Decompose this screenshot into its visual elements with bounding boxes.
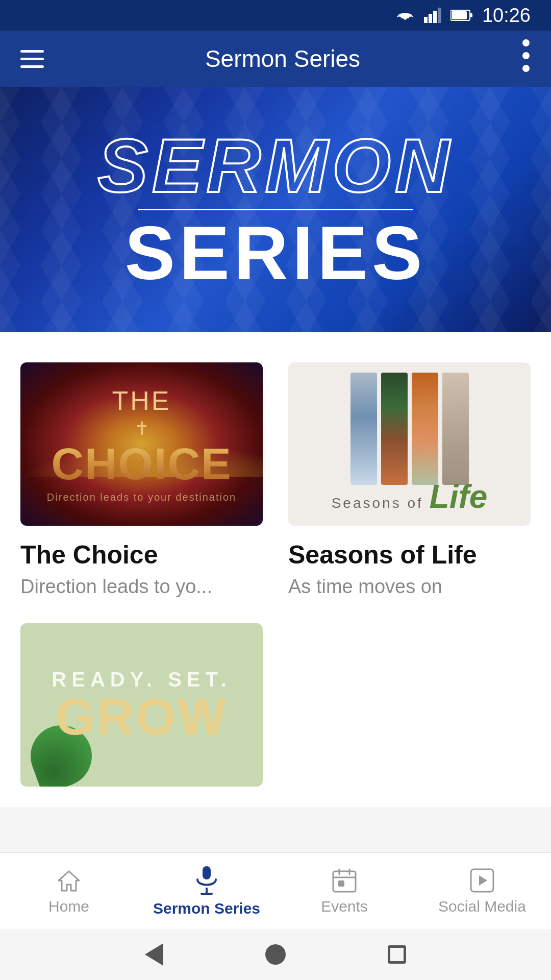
series-card-ready-set-grow[interactable]: READY. SET. GROW — [20, 623, 263, 787]
choice-the-text: THE — [47, 385, 236, 416]
series-card-seasons-of-life[interactable]: Seasons of Life Seasons of Life As time … — [288, 362, 531, 598]
thumbnail-seasons-of-life: Seasons of Life — [288, 362, 531, 526]
season-strip-summer — [442, 373, 469, 485]
series-card-the-choice[interactable]: THE ✝ CHOICE Direction leads to your des… — [20, 362, 263, 598]
season-strip-winter — [350, 373, 377, 485]
system-nav — [0, 929, 551, 980]
nav-item-events[interactable]: Events — [276, 867, 413, 915]
thumb-seasons-bg: Seasons of Life — [288, 362, 531, 526]
seasons-strips — [350, 373, 469, 485]
svg-rect-17 — [338, 880, 344, 887]
thumbnail-ready-set-grow: READY. SET. GROW — [20, 623, 263, 787]
svg-point-9 — [522, 65, 530, 72]
status-icons: 10:26 — [395, 5, 531, 27]
seasons-label-area: Seasons of Life — [288, 478, 531, 516]
back-button[interactable] — [145, 943, 163, 966]
hero-text: SERMON SERIES — [97, 128, 454, 291]
signal-icon — [424, 8, 441, 23]
seasons-life-text: Life — [430, 478, 488, 515]
choice-sub-text: Direction leads to your destination — [47, 492, 236, 503]
nav-item-sermon-series[interactable]: Sermon Series — [138, 865, 276, 917]
hero-banner: SERMON SERIES — [0, 87, 551, 332]
the-choice-title: The Choice — [20, 540, 263, 570]
nav-sermon-series-label: Sermon Series — [153, 900, 260, 917]
bottom-nav: Home Sermon Series Events Social Media — [0, 852, 551, 929]
battery-icon — [450, 9, 473, 21]
app-bar: Sermon Series — [0, 31, 551, 87]
hamburger-menu-button[interactable] — [20, 50, 44, 68]
app-bar-title: Sermon Series — [205, 45, 360, 72]
nav-social-media-label: Social Media — [438, 898, 526, 915]
seasons-of-text: Seasons of — [332, 495, 430, 511]
nav-events-label: Events — [321, 898, 368, 915]
svg-point-7 — [522, 39, 530, 46]
grow-main-text: GROW — [55, 691, 228, 742]
nav-home-label: Home — [48, 898, 89, 915]
svg-point-8 — [522, 52, 530, 59]
seasons-of-life-title: Seasons of Life — [288, 540, 531, 570]
svg-rect-10 — [203, 866, 211, 879]
home-button[interactable] — [265, 944, 286, 965]
home-icon — [56, 867, 82, 894]
season-strip-autumn — [412, 373, 438, 485]
more-options-button[interactable] — [521, 38, 531, 80]
svg-rect-5 — [470, 13, 472, 17]
svg-marker-19 — [479, 875, 487, 886]
thumb-choice-bg: THE ✝ CHOICE Direction leads to your des… — [20, 362, 263, 526]
empty-grid-cell — [288, 623, 531, 787]
hero-series-text: SERIES — [97, 215, 454, 291]
microphone-icon — [193, 865, 220, 896]
svg-rect-6 — [452, 11, 467, 19]
status-time: 10:26 — [482, 5, 531, 27]
choice-text: THE ✝ CHOICE Direction leads to your des… — [47, 385, 236, 503]
nav-item-social-media[interactable]: Social Media — [413, 867, 551, 915]
choice-main-text: CHOICE — [47, 442, 236, 486]
content-area: THE ✝ CHOICE Direction leads to your des… — [0, 332, 551, 807]
calendar-icon — [331, 867, 358, 894]
social-media-icon — [469, 867, 495, 894]
thumbnail-the-choice: THE ✝ CHOICE Direction leads to your des… — [20, 362, 263, 526]
series-grid-row2: READY. SET. GROW — [20, 623, 531, 787]
status-bar: 10:26 — [0, 0, 551, 31]
wifi-icon — [395, 8, 415, 23]
grow-ready-set-text: READY. SET. — [52, 668, 231, 691]
recents-button[interactable] — [388, 945, 406, 964]
svg-rect-3 — [438, 8, 441, 23]
choice-cross-icon: ✝ — [47, 418, 236, 439]
seasons-of-life-subtitle: As time moves on — [288, 576, 531, 598]
nav-item-home[interactable]: Home — [0, 867, 138, 915]
svg-rect-0 — [424, 17, 428, 23]
hero-sermon-text: SERMON — [97, 128, 454, 204]
svg-rect-2 — [433, 11, 437, 23]
series-grid: THE ✝ CHOICE Direction leads to your des… — [20, 362, 531, 598]
svg-rect-1 — [429, 14, 432, 23]
hero-divider — [138, 209, 413, 210]
the-choice-subtitle: Direction leads to yo... — [20, 576, 263, 598]
season-strip-spring — [381, 373, 408, 485]
